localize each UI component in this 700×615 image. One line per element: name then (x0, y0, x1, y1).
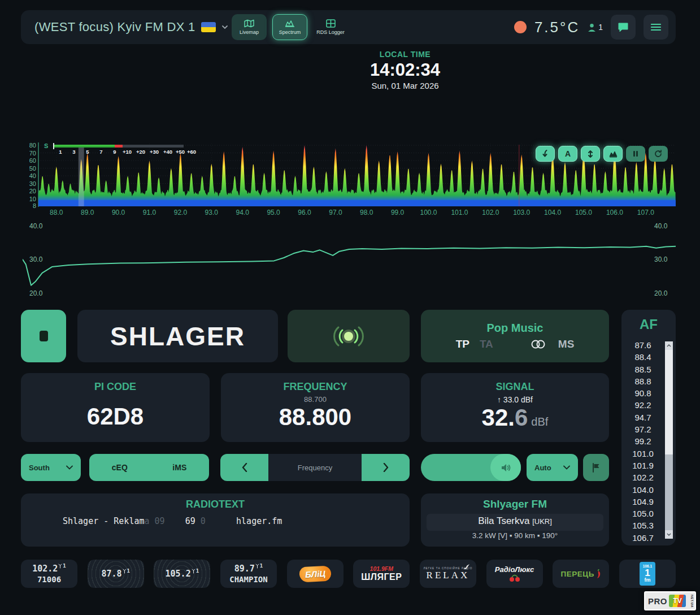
spectrum-y-tick: 50 (29, 165, 36, 172)
radiotext-segment: 0 (201, 516, 206, 526)
scroll-down-arrow-icon[interactable] (665, 530, 673, 539)
rds-logger-label: RDS Logger (316, 29, 345, 35)
station-info-panel[interactable]: Shlyager FM Bila Tserkva [UKR] 3.2 kW [V… (421, 493, 609, 547)
eq-ims-toggle[interactable]: cEQ iMS (89, 454, 209, 481)
preset-tile[interactable]: 102.2171006 (21, 560, 77, 588)
af-frequency[interactable]: 90.8 (621, 387, 664, 399)
livemap-button[interactable]: Livemap (232, 14, 267, 40)
signal-y-tick: 20.0 (29, 289, 42, 297)
af-frequency[interactable]: 102.2 (621, 471, 664, 483)
top-bar: (WEST focus) Kyiv FM DX 1 Livemap Spectr… (21, 10, 676, 44)
tune-up-button[interactable] (362, 454, 410, 481)
volume-slider[interactable] (421, 454, 521, 481)
af-frequency[interactable]: 87.6 (621, 339, 664, 351)
pty-label: Pop Music (486, 322, 543, 335)
af-frequency[interactable]: 94.7 (621, 412, 664, 423)
pause-button[interactable] (626, 146, 645, 162)
af-frequency[interactable]: 104.9 (621, 496, 664, 508)
volume-thumb[interactable] (490, 454, 521, 481)
signal-y-tick: 30.0 (654, 255, 667, 263)
preset-tile[interactable]: 101.9FMШЛЯГЕР (353, 560, 410, 588)
scroll-up-arrow-icon[interactable] (665, 341, 673, 350)
rds-logger-button[interactable]: RDS Logger (313, 14, 348, 40)
preset-tile[interactable]: РадіоЛюкс (486, 560, 543, 588)
spectrum-y-tick: 20 (29, 188, 36, 194)
antenna-select[interactable]: South (21, 454, 81, 481)
spectrum-button[interactable]: Spectrum (272, 14, 307, 40)
spectrum-x-tick: 99.0 (391, 209, 404, 216)
af-scrollbar[interactable] (665, 341, 673, 539)
frequency-input[interactable] (268, 454, 362, 481)
af-frequency[interactable]: 88.4 (621, 351, 664, 363)
graph-style-button[interactable] (603, 146, 623, 162)
smeter-tick: +60 (187, 149, 196, 155)
signal-y-tick: 30.0 (29, 255, 42, 263)
s-meter: S 13579+10+20+30+40+50+60 (44, 142, 214, 157)
signal-value-dec: 6 (515, 404, 528, 431)
smeter-tick: 9 (113, 149, 116, 155)
af-frequency[interactable]: 97.2 (621, 423, 664, 435)
ps-name: SHLAGER (110, 321, 245, 352)
scroll-to-signal-button[interactable] (536, 146, 555, 162)
stop-square-icon (40, 331, 48, 341)
af-frequency[interactable]: 88.5 (621, 363, 664, 375)
mode-select[interactable]: Auto (527, 454, 578, 481)
letter-a-icon: A (565, 149, 571, 158)
chat-button[interactable] (611, 15, 636, 40)
spectrum-y-tick: 80 (29, 142, 36, 149)
local-time-block: LOCAL TIME 14:02:34 Sun, 01 Mar 2026 (326, 50, 484, 90)
ms-flag: MS (558, 338, 575, 350)
spectrum-x-tick: 89.0 (81, 209, 94, 216)
af-frequency[interactable]: 105.3 (621, 519, 664, 531)
chat-icon (618, 22, 629, 32)
radiotext-segment: 69 (185, 516, 201, 526)
preset-frequency-value: 89.7 (234, 564, 255, 574)
autoscale-button[interactable] (581, 146, 600, 162)
radiotext-segment: a 09 (145, 516, 165, 526)
report-flag-button[interactable] (583, 454, 609, 481)
af-frequency[interactable]: 101.9 (621, 460, 664, 471)
scrollbar-thumb[interactable] (665, 350, 673, 454)
fm-dx-webserver-page: (WEST focus) Kyiv FM DX 1 Livemap Spectr… (0, 0, 700, 615)
antenna-number: 1 (260, 563, 263, 569)
flag-icon (592, 463, 600, 473)
preset-frequency: 89.71 (234, 564, 263, 574)
antenna-number: 1 (63, 563, 66, 569)
top-nav: Livemap Spectrum RDS Logger (232, 14, 348, 40)
refresh-button[interactable] (649, 146, 668, 162)
livemap-label: Livemap (240, 29, 259, 35)
af-frequency[interactable]: 99.2 (621, 435, 664, 447)
preset-tile[interactable]: ЛЕГКЕ ТА СПОКІЙНЕ РАДІОRELAX (420, 560, 476, 588)
preset-tile[interactable]: ПЕРЕЦЬ (553, 560, 609, 588)
preset-tile[interactable]: 106.11fm (619, 560, 676, 588)
smeter-tick: +10 (123, 149, 132, 155)
tune-down-button[interactable] (220, 454, 268, 481)
radiotext-title: RADIOTEXT (21, 499, 410, 510)
preset-frequency: 102.21 (32, 564, 66, 574)
spectrum-x-tick: 101.0 (451, 209, 468, 216)
preset-tile[interactable]: БЛіЦ (287, 560, 344, 588)
down-arrow-icon (541, 150, 549, 158)
speaker-icon (501, 464, 511, 472)
frequency-value[interactable]: 88.800 (221, 404, 410, 431)
af-frequency[interactable]: 92.2 (621, 399, 664, 411)
blitz-logo: БЛіЦ (299, 565, 332, 582)
chevron-down-icon (563, 465, 570, 470)
af-frequency[interactable]: 106.7 (621, 532, 664, 542)
preset-tile[interactable]: 105.21 (154, 560, 210, 588)
af-frequency[interactable]: 104.0 (621, 484, 664, 496)
menu-button[interactable] (644, 15, 668, 40)
signal-y-tick: 40.0 (654, 222, 667, 230)
tv-screen-icon: TV (669, 595, 686, 607)
tuner-select[interactable]: (WEST focus) Kyiv FM DX 1 (34, 20, 228, 34)
auto-mode-button[interactable]: A (558, 146, 577, 162)
record-audio-button[interactable] (21, 310, 66, 362)
af-frequency[interactable]: 105.0 (621, 508, 664, 519)
af-frequency[interactable]: 101.0 (621, 448, 664, 460)
preset-tile[interactable]: 87.81 (88, 560, 144, 588)
af-frequency[interactable]: 88.8 (621, 375, 664, 387)
preset-tile[interactable]: 89.71CHAMPION (220, 560, 277, 588)
chevron-down-icon (221, 24, 228, 31)
af-list: 87.688.488.588.890.892.294.797.299.2101.… (621, 339, 664, 542)
s-meter-red-bar (115, 145, 123, 148)
